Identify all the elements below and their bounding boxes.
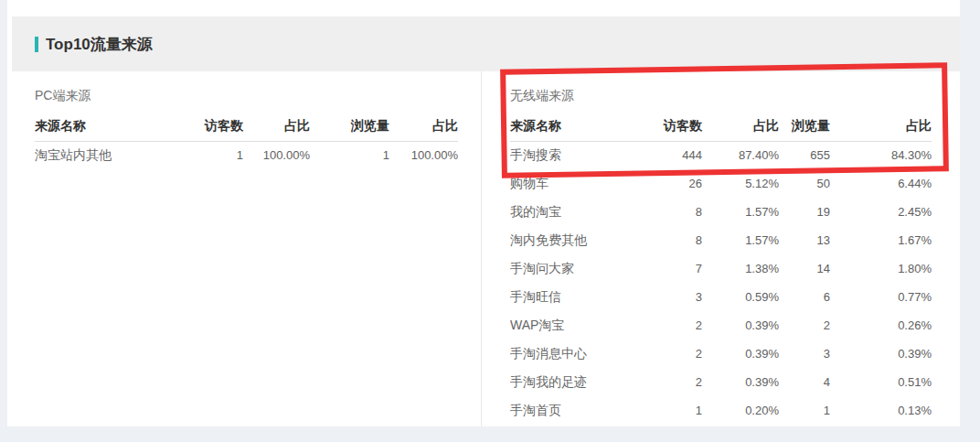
- table-row: WAP淘宝20.39%20.26%: [510, 311, 932, 340]
- cell-value: 4: [779, 368, 830, 396]
- cell-source-name: 淘宝站内其他: [35, 141, 172, 169]
- table-row: 手淘问大家71.38%141.80%: [510, 254, 932, 283]
- traffic-sources-card: Top10流量来源 PC端来源 来源名称 访客数 占比 浏览量 占比 淘宝: [7, 0, 960, 426]
- cell-value: 8: [615, 226, 702, 254]
- cell-value: 1.57%: [702, 198, 779, 226]
- pc-sources-panel: PC端来源 来源名称 访客数 占比 浏览量 占比 淘宝站内其他1100.00%1…: [7, 71, 482, 426]
- cell-source-name: 购物车: [510, 169, 615, 198]
- table-row: 我的淘宝81.57%192.45%: [510, 198, 932, 226]
- wireless-panel-title: 无线端来源: [510, 86, 932, 104]
- cell-source-name: 手淘旺信: [510, 283, 615, 311]
- cell-value: 2: [615, 311, 702, 340]
- cell-value: 19: [779, 198, 830, 226]
- cell-value: 444: [615, 141, 702, 169]
- column-header-visitor-share: 占比: [702, 113, 779, 141]
- cell-value: 1.38%: [702, 254, 779, 283]
- cell-value: 2.45%: [830, 198, 932, 226]
- cell-value: 87.40%: [702, 141, 779, 169]
- cell-value: 0.77%: [830, 283, 932, 311]
- cell-value: 0.26%: [830, 311, 932, 340]
- cell-value: 26: [615, 169, 702, 198]
- table-row: 淘宝站内其他1100.00%1100.00%: [35, 141, 458, 169]
- cell-value: 8: [615, 198, 702, 226]
- cell-source-name: 我的淘宝: [510, 198, 615, 226]
- section-header: Top10流量来源: [12, 16, 960, 71]
- cell-value: 3: [615, 283, 702, 311]
- column-header-source-name: 来源名称: [35, 113, 172, 141]
- column-header-source-name: 来源名称: [510, 113, 615, 141]
- column-header-visitors: 访客数: [615, 113, 702, 141]
- cell-value: 655: [779, 141, 830, 169]
- table-row: 手淘我的足迹20.39%40.51%: [510, 368, 932, 396]
- wireless-table-header-row: 来源名称 访客数 占比 浏览量 占比: [510, 113, 932, 141]
- column-header-visitors: 访客数: [172, 113, 243, 141]
- cell-source-name: 手淘搜索: [510, 141, 615, 169]
- tables-container: PC端来源 来源名称 访客数 占比 浏览量 占比 淘宝站内其他1100.00%1…: [7, 71, 960, 426]
- cell-value: 100.00%: [389, 141, 458, 169]
- cell-source-name: 手淘消息中心: [510, 340, 615, 368]
- wireless-sources-panel: 无线端来源 来源名称 访客数 占比 浏览量 占比 手淘搜索44487.40%65…: [482, 71, 960, 426]
- cell-value: 84.30%: [830, 141, 932, 169]
- accent-bar-icon: [35, 37, 38, 52]
- cell-value: 0.59%: [702, 283, 779, 311]
- cell-source-name: 淘内免费其他: [510, 226, 615, 254]
- cell-value: 0.39%: [702, 340, 779, 368]
- column-header-pageview-share: 占比: [389, 113, 458, 141]
- cell-value: 0.39%: [702, 311, 779, 340]
- cell-value: 2: [779, 311, 830, 340]
- section-title: Top10流量来源: [46, 34, 153, 55]
- cell-value: 7: [615, 254, 702, 283]
- page-background: { "section": { "title": "Top10流量来源" }, "…: [0, 0, 980, 442]
- cell-source-name: 手淘问大家: [510, 254, 615, 283]
- pc-panel-title: PC端来源: [35, 86, 457, 104]
- cell-value: 6: [779, 283, 830, 311]
- wireless-sources-table: 来源名称 访客数 占比 浏览量 占比 手淘搜索44487.40%65584.30…: [510, 113, 932, 425]
- column-header-visitor-share: 占比: [243, 113, 310, 141]
- cell-value: 3: [779, 340, 830, 368]
- cell-value: 50: [779, 169, 830, 198]
- cell-value: 1: [172, 141, 243, 169]
- pc-table-header-row: 来源名称 访客数 占比 浏览量 占比: [35, 113, 458, 141]
- table-row: 手淘消息中心20.39%30.39%: [510, 340, 932, 368]
- table-row: 手淘旺信30.59%60.77%: [510, 283, 932, 311]
- table-row: 手淘搜索44487.40%65584.30%: [510, 141, 932, 169]
- cell-value: 0.13%: [830, 396, 932, 425]
- table-row: 购物车265.12%506.44%: [510, 169, 932, 198]
- cell-value: 1.80%: [830, 254, 932, 283]
- cell-value: 2: [615, 340, 702, 368]
- cell-value: 1.57%: [702, 226, 779, 254]
- cell-value: 13: [779, 226, 830, 254]
- cell-value: 100.00%: [243, 141, 310, 169]
- table-row: 淘内免费其他81.57%131.67%: [510, 226, 932, 254]
- cell-source-name: 手淘我的足迹: [510, 368, 615, 396]
- cell-source-name: WAP淘宝: [510, 311, 615, 340]
- column-header-pageview-share: 占比: [830, 113, 932, 141]
- cell-value: 0.20%: [702, 396, 779, 425]
- cell-value: 2: [615, 368, 702, 396]
- cell-value: 1: [615, 396, 702, 425]
- cell-value: 0.51%: [830, 368, 932, 396]
- column-header-pageviews: 浏览量: [779, 113, 830, 141]
- column-header-pageviews: 浏览量: [310, 113, 389, 141]
- cell-value: 0.39%: [830, 340, 932, 368]
- pc-sources-table: 来源名称 访客数 占比 浏览量 占比 淘宝站内其他1100.00%1100.00…: [35, 113, 458, 169]
- cell-value: 6.44%: [830, 169, 932, 198]
- cell-value: 0.39%: [702, 368, 779, 396]
- cell-source-name: 手淘首页: [510, 396, 615, 425]
- cell-value: 1: [779, 396, 830, 425]
- cell-value: 1.67%: [830, 226, 932, 254]
- cell-value: 14: [779, 254, 830, 283]
- cell-value: 5.12%: [702, 169, 779, 198]
- cell-value: 1: [310, 141, 389, 169]
- table-row: 手淘首页10.20%10.13%: [510, 396, 932, 425]
